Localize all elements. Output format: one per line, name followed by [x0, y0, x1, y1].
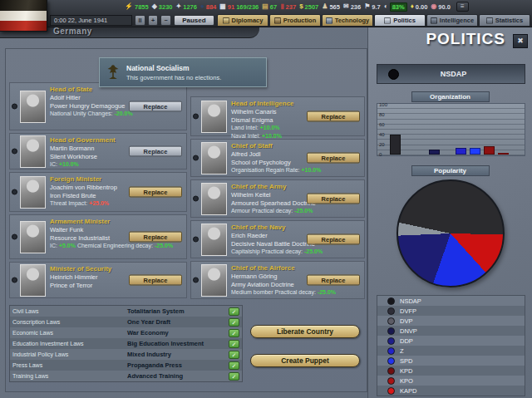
country-name: Germany — [53, 27, 92, 36]
minister-radio[interactable] — [193, 278, 199, 283]
minister-radio[interactable] — [193, 114, 199, 120]
party-color-dot — [387, 357, 395, 365]
menu-button[interactable]: ≡ — [456, 2, 469, 12]
org-bar-NSDAP — [390, 135, 401, 155]
minister-slot-title: Chief of the Army — [231, 183, 361, 190]
law-category: Industrial Policy Laws — [12, 351, 127, 357]
minister-slot-title: Head of Intelligence — [231, 100, 361, 107]
replace-button[interactable]: Replace — [307, 234, 360, 245]
tab-politics[interactable]: Politics — [374, 14, 426, 27]
party-row[interactable]: KPD — [377, 366, 525, 376]
ruling-party-selector[interactable]: NSDAP — [377, 64, 525, 84]
law-check-icon[interactable]: ✓ — [229, 318, 239, 327]
party-row[interactable]: Z — [377, 346, 525, 356]
party-color-dot — [387, 367, 395, 375]
minister-radio[interactable] — [12, 149, 17, 155]
minister-radio[interactable] — [12, 234, 17, 240]
law-row[interactable]: Conscription LawsOne Year Draft✓ — [10, 317, 242, 327]
money-resource: $2507 — [299, 3, 318, 11]
page-title: POLITICS — [426, 30, 505, 48]
party-row[interactable]: NSDAP — [377, 296, 525, 306]
germany-flag — [0, 0, 47, 32]
leadership-resource: ♟565 — [322, 3, 340, 11]
minister-slot-title: Foreign Minister — [50, 175, 183, 183]
tab-production[interactable]: Production — [269, 14, 321, 27]
party-row[interactable]: KAPD — [377, 386, 525, 396]
law-check-icon[interactable]: ✓ — [229, 307, 239, 316]
paused-indicator: Paused — [174, 15, 214, 26]
politics-tab-icon — [384, 17, 391, 24]
minister-effect: Capitalship Practical decay: -25.0% — [231, 248, 361, 256]
org-ytick: 100 — [379, 102, 387, 107]
replace-button[interactable]: Replace — [129, 101, 182, 112]
law-check-icon[interactable]: ✓ — [229, 361, 239, 370]
party-row[interactable]: KPO — [377, 376, 525, 386]
ruling-party-color-dot — [388, 69, 399, 80]
law-row[interactable]: Industrial Policy LawsMixed Industry✓ — [10, 349, 242, 360]
replace-button[interactable]: Replace — [307, 194, 360, 204]
party-row[interactable]: DDP — [377, 336, 525, 346]
minister-head-of-state: Head of State Adolf Hitler Power Hungry … — [9, 82, 187, 130]
minister-radio[interactable] — [12, 189, 17, 195]
minister-effect: Organisation Regain Rate: +10.0% — [231, 167, 361, 174]
replace-button[interactable]: Replace — [129, 232, 182, 243]
minister-radio[interactable] — [193, 196, 199, 202]
close-icon[interactable]: ✖ — [513, 34, 528, 48]
tab-diplomacy[interactable]: Diplomacy — [217, 14, 268, 27]
law-check-icon[interactable]: ✓ — [229, 372, 239, 381]
replace-button[interactable]: Replace — [307, 111, 360, 122]
party-color-dot — [387, 297, 395, 305]
law-row[interactable]: Civil LawsTotalitarian System✓ — [10, 306, 242, 317]
minister-slot-title: Chief of the Airforce — [231, 264, 361, 272]
tab-statistics[interactable]: Statistics — [479, 14, 530, 27]
crude-oil-icon: ● — [200, 3, 204, 10]
supplies-resource: ▤67 — [262, 3, 277, 11]
law-row[interactable]: Education Investment LawsBig Education I… — [10, 338, 242, 349]
diplomatic-influence-value: 236 — [351, 3, 362, 11]
replace-button[interactable]: Replace — [307, 275, 360, 286]
party-row[interactable]: DVFP — [377, 306, 525, 316]
ruling-party-name: NSDAP — [399, 70, 508, 78]
speed-up-button[interactable]: + — [148, 15, 159, 26]
party-row[interactable]: DNVP — [377, 326, 525, 336]
metal-resource: ◈3230 — [152, 3, 173, 11]
law-check-icon[interactable]: ✓ — [229, 340, 239, 348]
top-bar: ⚡7855 ◈3230 ✦1276 ●884 ▦91169/236 ▤67 ▮2… — [0, 0, 532, 27]
dissent-icon: ♦ — [411, 3, 414, 10]
replace-button[interactable]: Replace — [129, 187, 182, 198]
officer-ratio-value: 83% — [390, 2, 407, 12]
law-check-icon[interactable]: ✓ — [229, 329, 239, 337]
minister-portrait — [201, 101, 227, 133]
party-row[interactable]: DVP — [377, 316, 525, 326]
replace-button[interactable]: Replace — [129, 146, 182, 157]
create-puppet-button[interactable]: Create Puppet — [250, 354, 360, 367]
minister-effect: Threat Impact: +25.0% — [50, 200, 183, 208]
org-bar-DNVP — [429, 150, 440, 155]
speed-down-button[interactable]: − — [160, 15, 171, 26]
law-row[interactable]: Training LawsAdvanced Training✓ — [10, 371, 242, 381]
law-value: One Year Draft — [127, 318, 229, 326]
party-row[interactable]: SPD — [377, 356, 525, 366]
org-ytick: 0 — [379, 152, 382, 157]
law-row[interactable]: Economic LawsWar Economy✓ — [10, 327, 242, 338]
organization-bars — [388, 105, 523, 155]
minister-radio[interactable] — [193, 237, 199, 243]
minister-slot-title: Minister of Security — [50, 265, 183, 273]
tab-technology[interactable]: Technology — [322, 14, 373, 27]
tab-intelligence[interactable]: Intelligence — [426, 14, 478, 27]
metal-icon: ◈ — [152, 3, 157, 10]
pause-button[interactable]: II — [135, 15, 145, 26]
law-check-icon[interactable]: ✓ — [229, 351, 239, 359]
law-row[interactable]: Press LawsPropaganda Press✓ — [10, 360, 242, 371]
replace-button[interactable]: Replace — [307, 153, 360, 164]
liberate-country-button[interactable]: Liberate Country — [250, 325, 360, 338]
org-bar-Z — [456, 148, 466, 155]
espionage-value: 9.7 — [372, 3, 380, 11]
minister-radio[interactable] — [12, 104, 17, 110]
fuel-icon: ▮ — [280, 3, 283, 10]
officers-icon: ◐ — [384, 3, 388, 10]
minister-radio[interactable] — [193, 155, 199, 161]
minister-radio[interactable] — [12, 278, 17, 283]
replace-button[interactable]: Replace — [129, 275, 182, 286]
fuel-resource: ▮237 — [280, 3, 296, 11]
